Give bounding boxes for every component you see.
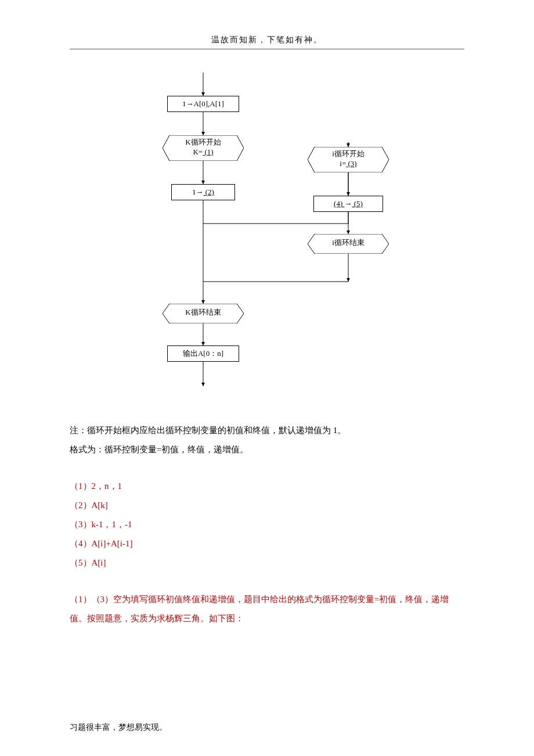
answer-5: （5）A[i] [70,553,464,573]
flow-k-start-pre: K= [193,147,203,156]
flow-box-output: 输出A[0：n] [167,345,239,362]
flow-assign-pre: 1→ [192,188,204,196]
document-page: 温故而知新，下笔如有神。 [0,0,534,756]
flow-box-init-text: 1→A[0],A[1] [182,99,224,108]
answer-2: （2）A[k] [70,496,464,515]
flow-k-start-line1: K循环开始 [185,138,221,146]
flow-i-body-blank2: (5) [352,199,363,208]
flow-i-start-blank: (3) [346,159,356,168]
flowchart: 1→A[0],A[1] K循环开始 K= (1) 1→ (2) i循环开始 i=… [139,73,430,398]
flow-assign-blank: (2) [204,188,214,196]
answer-3: （3）k-1，1，-1 [70,515,464,534]
explanation-text: （1）（3）空为填写循环初值终值和递增值，题目中给出的格式为循环控制变量=初值，… [70,595,449,623]
flow-box-init: 1→A[0],A[1] [167,96,239,112]
explanation-block: （1）（3）空为填写循环初值终值和递增值，题目中给出的格式为循环控制变量=初值，… [70,590,464,628]
note-line-1: 注：循环开始框内应给出循环控制变量的初值和终值，默认递增值为 1。 [70,421,464,440]
flow-k-end-text: K循环结束 [185,308,221,316]
flow-i-end-text: i循环结束 [332,238,365,247]
answers-block: （1）2，n，1 （2）A[k] （3）k-1，1，-1 （4）A[i]+A[i… [70,477,464,573]
flow-hex-k-end: K循环结束 [163,304,244,323]
answer-1: （1）2，n，1 [70,477,464,496]
flow-box-i-body: (4) → (5) [313,196,383,212]
flow-hex-i-end: i循环结束 [308,234,389,254]
flow-i-start-line1: i循环开始 [332,149,365,158]
flow-i-start-pre: i= [340,159,346,168]
flow-i-body-mid: → [345,199,352,208]
flow-k-start-blank: (1) [203,147,213,156]
flow-hex-k-start: K循环开始 K= (1) [163,135,244,161]
note-line-2: 格式为：循环控制变量=初值，终值，递增值。 [70,440,464,459]
page-footer: 习题很丰富，梦想易实现。 [70,722,167,733]
page-header: 温故而知新，下笔如有神。 [70,35,464,49]
answer-4: （4）A[i]+A[i-1] [70,534,464,553]
flow-output-text: 输出A[0：n] [183,349,223,358]
flow-i-body-blank1: (4) [334,199,344,208]
notes-block: 注：循环开始框内应给出循环控制变量的初值和终值，默认递增值为 1。 格式为：循环… [70,421,464,459]
flow-hex-i-start: i循环开始 i= (3) [308,147,389,172]
flow-box-assign: 1→ (2) [171,184,235,200]
